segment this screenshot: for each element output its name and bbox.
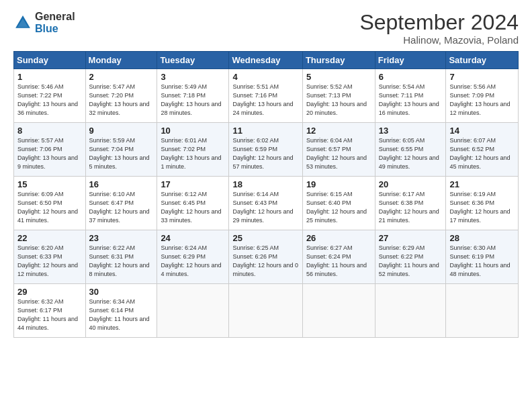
day-number: 25 — [232, 233, 298, 243]
calendar-cell: 21 Sunrise: 6:19 AMSunset: 6:36 PMDaylig… — [446, 177, 519, 230]
calendar-cell — [229, 284, 302, 338]
logo-icon — [13, 13, 32, 32]
calendar-cell: 28 Sunrise: 6:30 AMSunset: 6:19 PMDaylig… — [446, 230, 519, 284]
day-number: 13 — [379, 126, 443, 136]
calendar-cell: 27 Sunrise: 6:29 AMSunset: 6:22 PMDaylig… — [375, 230, 446, 284]
logo: General Blue — [13, 11, 75, 36]
day-detail: Sunrise: 5:52 AMSunset: 7:13 PMDaylight:… — [306, 83, 371, 118]
calendar-cell: 24 Sunrise: 6:24 AMSunset: 6:29 PMDaylig… — [157, 230, 229, 284]
main-title: September 2024 — [359, 11, 519, 34]
day-of-week-header: Sunday — [14, 52, 86, 69]
day-detail: Sunrise: 6:34 AMSunset: 6:14 PMDaylight:… — [89, 298, 154, 332]
day-detail: Sunrise: 6:02 AMSunset: 6:59 PMDaylight:… — [232, 136, 298, 171]
day-number: 14 — [449, 126, 515, 136]
calendar-cell: 15 Sunrise: 6:09 AMSunset: 6:50 PMDaylig… — [14, 177, 86, 230]
day-detail: Sunrise: 6:17 AMSunset: 6:38 PMDaylight:… — [379, 190, 443, 225]
day-of-week-header: Saturday — [446, 52, 519, 69]
calendar-cell: 11 Sunrise: 6:02 AMSunset: 6:59 PMDaylig… — [229, 123, 302, 177]
day-number: 8 — [17, 126, 82, 136]
logo-text: General Blue — [35, 11, 75, 36]
day-number: 9 — [89, 126, 154, 136]
day-detail: Sunrise: 5:59 AMSunset: 7:04 PMDaylight:… — [89, 136, 154, 171]
calendar-cell — [302, 284, 375, 338]
subtitle: Halinow, Mazovia, Poland — [359, 34, 519, 46]
day-detail: Sunrise: 6:27 AMSunset: 6:24 PMDaylight:… — [306, 244, 371, 279]
header: General Blue September 2024 Halinow, Maz… — [13, 11, 519, 46]
day-number: 17 — [161, 179, 225, 189]
day-detail: Sunrise: 5:47 AMSunset: 7:20 PMDaylight:… — [89, 83, 154, 118]
calendar-cell — [157, 284, 229, 338]
calendar-table: SundayMondayTuesdayWednesdayThursdayFrid… — [13, 51, 519, 338]
day-number: 7 — [449, 72, 515, 82]
calendar-cell: 12 Sunrise: 6:04 AMSunset: 6:57 PMDaylig… — [302, 123, 375, 177]
day-number: 29 — [17, 287, 82, 297]
calendar-cell: 4 Sunrise: 5:51 AMSunset: 7:16 PMDayligh… — [229, 69, 302, 123]
day-number: 12 — [306, 126, 371, 136]
day-detail: Sunrise: 6:14 AMSunset: 6:43 PMDaylight:… — [232, 190, 298, 225]
day-detail: Sunrise: 6:25 AMSunset: 6:26 PMDaylight:… — [232, 244, 298, 279]
day-detail: Sunrise: 6:10 AMSunset: 6:47 PMDaylight:… — [89, 190, 154, 225]
day-number: 6 — [379, 72, 443, 82]
day-number: 28 — [449, 233, 515, 243]
day-detail: Sunrise: 6:32 AMSunset: 6:17 PMDaylight:… — [17, 298, 82, 332]
calendar-cell: 7 Sunrise: 5:56 AMSunset: 7:09 PMDayligh… — [446, 69, 519, 123]
calendar-cell: 3 Sunrise: 5:49 AMSunset: 7:18 PMDayligh… — [157, 69, 229, 123]
day-number: 20 — [379, 179, 443, 189]
calendar-cell: 22 Sunrise: 6:20 AMSunset: 6:33 PMDaylig… — [14, 230, 86, 284]
day-number: 16 — [89, 179, 154, 189]
calendar-cell: 6 Sunrise: 5:54 AMSunset: 7:11 PMDayligh… — [375, 69, 446, 123]
day-of-week-header: Monday — [85, 52, 157, 69]
day-number: 30 — [89, 287, 154, 297]
day-detail: Sunrise: 6:12 AMSunset: 6:45 PMDaylight:… — [161, 190, 225, 225]
day-detail: Sunrise: 6:07 AMSunset: 6:52 PMDaylight:… — [449, 136, 515, 171]
day-detail: Sunrise: 6:04 AMSunset: 6:57 PMDaylight:… — [306, 136, 371, 171]
day-number: 19 — [306, 179, 371, 189]
day-number: 26 — [306, 233, 371, 243]
page: General Blue September 2024 Halinow, Maz… — [0, 0, 532, 411]
calendar-cell: 30 Sunrise: 6:34 AMSunset: 6:14 PMDaylig… — [85, 284, 157, 338]
day-detail: Sunrise: 6:22 AMSunset: 6:31 PMDaylight:… — [89, 244, 154, 279]
calendar-cell: 23 Sunrise: 6:22 AMSunset: 6:31 PMDaylig… — [85, 230, 157, 284]
day-number: 27 — [379, 233, 443, 243]
day-detail: Sunrise: 6:05 AMSunset: 6:55 PMDaylight:… — [379, 136, 443, 171]
day-number: 22 — [17, 233, 82, 243]
calendar-cell: 5 Sunrise: 5:52 AMSunset: 7:13 PMDayligh… — [302, 69, 375, 123]
calendar-cell: 25 Sunrise: 6:25 AMSunset: 6:26 PMDaylig… — [229, 230, 302, 284]
day-detail: Sunrise: 6:29 AMSunset: 6:22 PMDaylight:… — [379, 244, 443, 279]
day-detail: Sunrise: 6:24 AMSunset: 6:29 PMDaylight:… — [161, 244, 225, 279]
calendar-cell: 9 Sunrise: 5:59 AMSunset: 7:04 PMDayligh… — [85, 123, 157, 177]
calendar-cell: 2 Sunrise: 5:47 AMSunset: 7:20 PMDayligh… — [85, 69, 157, 123]
day-number: 2 — [89, 72, 154, 82]
day-detail: Sunrise: 6:30 AMSunset: 6:19 PMDaylight:… — [449, 244, 515, 279]
day-number: 4 — [232, 72, 298, 82]
day-number: 15 — [17, 179, 82, 189]
day-detail: Sunrise: 5:57 AMSunset: 7:06 PMDaylight:… — [17, 136, 82, 171]
calendar-cell: 16 Sunrise: 6:10 AMSunset: 6:47 PMDaylig… — [85, 177, 157, 230]
day-number: 21 — [449, 179, 515, 189]
day-detail: Sunrise: 6:09 AMSunset: 6:50 PMDaylight:… — [17, 190, 82, 225]
calendar-cell: 19 Sunrise: 6:15 AMSunset: 6:40 PMDaylig… — [302, 177, 375, 230]
calendar-cell: 20 Sunrise: 6:17 AMSunset: 6:38 PMDaylig… — [375, 177, 446, 230]
day-detail: Sunrise: 5:54 AMSunset: 7:11 PMDaylight:… — [379, 83, 443, 118]
day-of-week-header: Wednesday — [229, 52, 302, 69]
calendar-cell: 17 Sunrise: 6:12 AMSunset: 6:45 PMDaylig… — [157, 177, 229, 230]
day-detail: Sunrise: 6:15 AMSunset: 6:40 PMDaylight:… — [306, 190, 371, 225]
day-number: 5 — [306, 72, 371, 82]
day-detail: Sunrise: 5:56 AMSunset: 7:09 PMDaylight:… — [449, 83, 515, 118]
calendar-cell — [446, 284, 519, 338]
day-number: 18 — [232, 179, 298, 189]
day-detail: Sunrise: 6:19 AMSunset: 6:36 PMDaylight:… — [449, 190, 515, 225]
day-detail: Sunrise: 5:49 AMSunset: 7:18 PMDaylight:… — [161, 83, 225, 118]
day-number: 24 — [161, 233, 225, 243]
day-detail: Sunrise: 6:20 AMSunset: 6:33 PMDaylight:… — [17, 244, 82, 279]
calendar-cell: 8 Sunrise: 5:57 AMSunset: 7:06 PMDayligh… — [14, 123, 86, 177]
calendar-cell: 29 Sunrise: 6:32 AMSunset: 6:17 PMDaylig… — [14, 284, 86, 338]
day-number: 10 — [161, 126, 225, 136]
day-number: 1 — [17, 72, 82, 82]
day-of-week-header: Tuesday — [157, 52, 229, 69]
day-of-week-header: Thursday — [302, 52, 375, 69]
day-of-week-header: Friday — [375, 52, 446, 69]
calendar-cell — [375, 284, 446, 338]
day-number: 11 — [232, 126, 298, 136]
day-number: 3 — [161, 72, 225, 82]
